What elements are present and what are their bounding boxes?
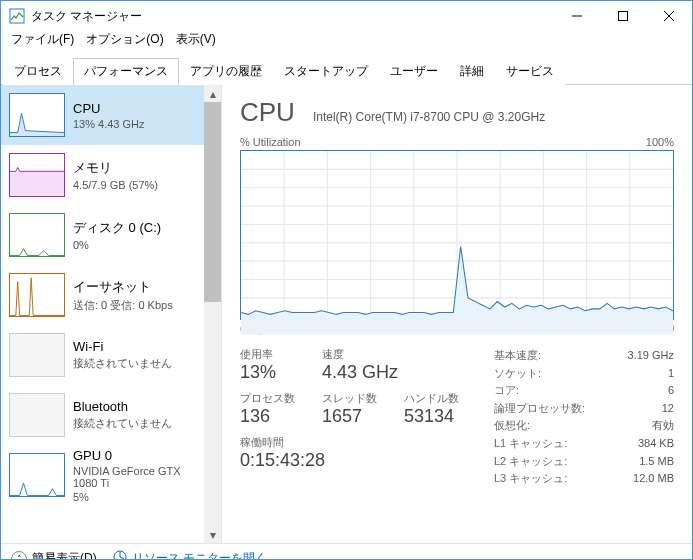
scrollbar[interactable]: ▴ ▾: [204, 85, 221, 543]
bluetooth-thumb: [9, 393, 65, 437]
sidebar-item-label: ディスク 0 (C:): [73, 219, 161, 237]
threads-value: 1657: [322, 406, 382, 427]
memory-thumb: [9, 153, 65, 197]
menu-file[interactable]: ファイル(F): [7, 31, 78, 51]
sidebar-item-label: Wi-Fi: [73, 339, 172, 354]
scroll-up-icon[interactable]: ▴: [204, 85, 221, 102]
uptime-label: 稼働時間: [240, 435, 325, 450]
tab-startup[interactable]: スタートアップ: [273, 58, 379, 85]
chevron-up-icon: ˄: [11, 551, 27, 561]
minimize-button[interactable]: [554, 1, 600, 31]
sidebar-item-label: メモリ: [73, 159, 158, 177]
chart-ylabel: % Utilization: [240, 136, 301, 148]
tab-services[interactable]: サービス: [495, 58, 565, 85]
main-panel: CPU Intel(R) Core(TM) i7-8700 CPU @ 3.20…: [222, 85, 692, 543]
tab-users[interactable]: ユーザー: [379, 58, 449, 85]
scroll-thumb[interactable]: [204, 102, 221, 302]
fewer-details-button[interactable]: ˄ 簡易表示(D): [11, 550, 97, 560]
procs-label: プロセス数: [240, 391, 300, 406]
menu-options[interactable]: オプション(O): [82, 31, 167, 51]
sidebar-item-label: イーサネット: [73, 278, 173, 296]
sidebar-item-sub: 13% 4.43 GHz: [73, 118, 145, 130]
sidebar-item-sub: 0%: [73, 239, 161, 251]
tab-processes[interactable]: プロセス: [3, 58, 73, 85]
tabbar: プロセス パフォーマンス アプリの履歴 スタートアップ ユーザー 詳細 サービス: [1, 57, 692, 85]
cpu-info: 基本速度:3.19 GHz ソケット:1 コア:6 論理プロセッサ数:12 仮想…: [494, 347, 674, 488]
threads-label: スレッド数: [322, 391, 382, 406]
maximize-button[interactable]: [600, 1, 646, 31]
sidebar-item-cpu[interactable]: CPU 13% 4.43 GHz: [1, 85, 204, 145]
handles-label: ハンドル数: [404, 391, 464, 406]
svg-rect-2: [619, 12, 628, 21]
procs-value: 136: [240, 406, 300, 427]
tab-app-history[interactable]: アプリの履歴: [179, 58, 273, 85]
sidebar-item-memory[interactable]: メモリ 4.5/7.9 GB (57%): [1, 145, 204, 205]
sidebar-item-sub: 送信: 0 受信: 0 Kbps: [73, 298, 173, 313]
resmon-icon: [113, 550, 127, 560]
usage-value: 13%: [240, 362, 300, 383]
footer: ˄ 簡易表示(D) リソース モニターを開く: [1, 543, 692, 560]
uptime-value: 0:15:43:28: [240, 450, 325, 471]
svg-rect-5: [10, 171, 64, 196]
sidebar-item-bluetooth[interactable]: Bluetooth 接続されていません: [1, 385, 204, 445]
window-title: タスク マネージャー: [31, 8, 554, 25]
wifi-thumb: [9, 333, 65, 377]
sidebar-item-label: Bluetooth: [73, 399, 172, 414]
titlebar: タスク マネージャー: [1, 1, 692, 31]
chart-ymax: 100%: [646, 136, 674, 148]
cpu-chart: [240, 150, 674, 320]
sidebar-item-sub2: 5%: [73, 491, 196, 503]
ethernet-thumb: [9, 273, 65, 317]
page-title: CPU: [240, 97, 295, 128]
tab-details[interactable]: 詳細: [449, 58, 495, 85]
sidebar-item-disk[interactable]: ディスク 0 (C:) 0%: [1, 205, 204, 265]
tab-performance[interactable]: パフォーマンス: [73, 58, 179, 85]
scroll-down-icon[interactable]: ▾: [204, 526, 221, 543]
sidebar-item-ethernet[interactable]: イーサネット 送信: 0 受信: 0 Kbps: [1, 265, 204, 325]
sidebar-item-sub: NVIDIA GeForce GTX 1080 Ti: [73, 465, 196, 489]
menu-view[interactable]: 表示(V): [172, 31, 220, 51]
speed-label: 速度: [322, 347, 398, 362]
sidebar-item-sub: 接続されていません: [73, 356, 172, 371]
usage-label: 使用率: [240, 347, 300, 362]
cpu-model: Intel(R) Core(TM) i7-8700 CPU @ 3.20GHz: [313, 110, 545, 124]
close-button[interactable]: [646, 1, 692, 31]
resource-monitor-link[interactable]: リソース モニターを開く: [113, 550, 267, 560]
app-icon: [9, 8, 25, 24]
sidebar-item-label: GPU 0: [73, 448, 196, 463]
sidebar-item-sub: 接続されていません: [73, 416, 172, 431]
disk-thumb: [9, 213, 65, 257]
sidebar-item-label: CPU: [73, 101, 145, 116]
sidebar-item-wifi[interactable]: Wi-Fi 接続されていません: [1, 325, 204, 385]
sidebar-item-gpu[interactable]: GPU 0 NVIDIA GeForce GTX 1080 Ti 5%: [1, 445, 204, 505]
gpu-thumb: [9, 453, 65, 497]
handles-value: 53134: [404, 406, 464, 427]
sidebar: CPU 13% 4.43 GHz メモリ 4.5/7.9 GB (57%): [1, 85, 222, 543]
menubar: ファイル(F) オプション(O) 表示(V): [1, 31, 692, 51]
speed-value: 4.43 GHz: [322, 362, 398, 383]
cpu-thumb: [9, 93, 65, 137]
sidebar-item-sub: 4.5/7.9 GB (57%): [73, 179, 158, 191]
